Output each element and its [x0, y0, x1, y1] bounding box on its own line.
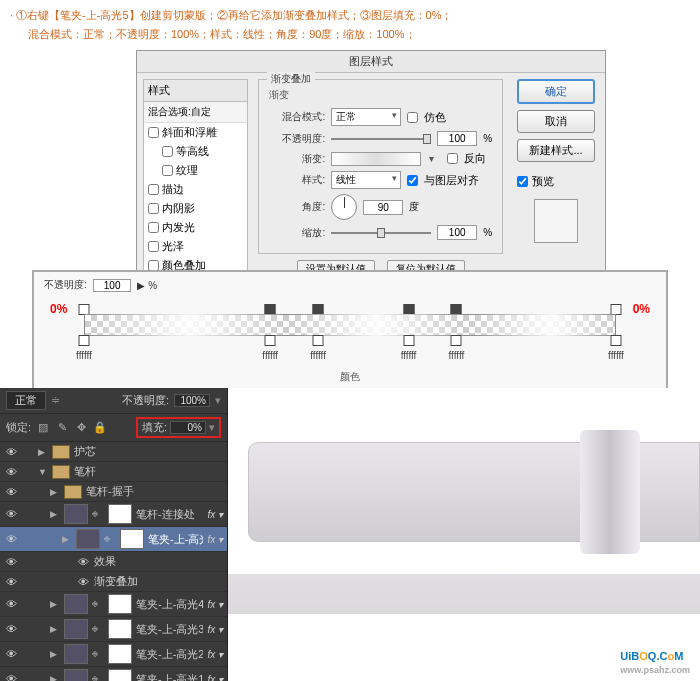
link-icon[interactable]: ⎆ [92, 673, 104, 681]
color-stop[interactable] [313, 335, 324, 346]
link-icon[interactable]: ⎆ [92, 648, 104, 660]
color-stop[interactable] [611, 335, 622, 346]
color-stop[interactable] [79, 335, 90, 346]
link-icon[interactable]: ⎆ [104, 533, 116, 545]
preview-checkbox[interactable] [517, 176, 528, 187]
fx-badge[interactable]: fx ▾ [207, 599, 223, 610]
layer-row[interactable]: 👁▼笔杆 [0, 462, 227, 482]
layer-name[interactable]: 笔夹-上-高光1 [136, 672, 203, 682]
layer-row[interactable]: 👁▶笔杆-握手 [0, 482, 227, 502]
ok-button[interactable]: 确定 [517, 79, 595, 104]
visibility-icon[interactable]: 👁 [4, 648, 18, 660]
style-checkbox[interactable] [162, 165, 173, 176]
style-list-item[interactable]: 等高线 [144, 142, 247, 161]
opacity-stops-row[interactable] [84, 300, 616, 314]
gradient-preview[interactable] [331, 152, 421, 166]
lock-paint-icon[interactable]: ✎ [55, 421, 69, 435]
visibility-icon[interactable]: 👁 [4, 576, 18, 588]
layer-name[interactable]: 笔夹-上-高光3 [136, 622, 203, 637]
visibility-icon[interactable]: 👁 [4, 446, 18, 458]
disclosure-icon[interactable]: ▶ [38, 447, 48, 457]
link-icon[interactable]: ⎆ [92, 623, 104, 635]
layer-name[interactable]: 笔杆-握手 [86, 484, 223, 499]
opacity-slider[interactable] [331, 138, 431, 140]
layer-name[interactable]: 笔杆 [74, 464, 223, 479]
link-icon[interactable]: ⎆ [92, 508, 104, 520]
reverse-checkbox[interactable] [447, 153, 458, 164]
lock-all-icon[interactable]: 🔒 [93, 421, 107, 435]
visibility-icon[interactable]: 👁 [4, 508, 18, 520]
style-list-item[interactable]: 内发光 [144, 218, 247, 237]
angle-dial[interactable] [331, 194, 357, 220]
color-stop[interactable] [451, 335, 462, 346]
disclosure-icon[interactable]: ▼ [38, 467, 48, 477]
disclosure-icon[interactable]: ▶ [50, 487, 60, 497]
dither-checkbox[interactable] [407, 112, 418, 123]
layer-name[interactable]: 笔夹-上-高光5 [148, 532, 203, 547]
style-list-item[interactable]: 纹理 [144, 161, 247, 180]
visibility-icon[interactable]: 👁 [4, 556, 18, 568]
effect-visibility-icon[interactable]: 👁 [76, 556, 90, 568]
style-list-item[interactable]: 光泽 [144, 237, 247, 256]
layer-row[interactable]: 👁▶⎆笔夹-上-高光5fx ▾ [0, 527, 227, 552]
style-checkbox[interactable] [148, 184, 159, 195]
angle-input[interactable]: 90 [363, 200, 403, 215]
disclosure-icon[interactable]: ▶ [50, 674, 60, 681]
style-list-item[interactable]: 描边 [144, 180, 247, 199]
visibility-icon[interactable]: 👁 [4, 623, 18, 635]
layer-row[interactable]: 👁👁效果 [0, 552, 227, 572]
grad-opacity-value[interactable]: 100 [93, 279, 132, 292]
style-checkbox[interactable] [148, 127, 159, 138]
layer-name[interactable]: 效果 [94, 554, 223, 569]
layer-name[interactable]: 笔杆-连接处 [136, 507, 203, 522]
layer-name[interactable]: 笔夹-上-高光4 [136, 597, 203, 612]
layer-name[interactable]: 护芯 [74, 444, 223, 459]
layers-opacity-input[interactable]: 100% [174, 394, 210, 407]
disclosure-icon[interactable]: ▶ [62, 534, 72, 544]
lock-position-icon[interactable]: ✥ [74, 421, 88, 435]
layer-row[interactable]: 👁▶⎆笔夹-上-高光1fx ▾ [0, 667, 227, 681]
visibility-icon[interactable]: 👁 [4, 598, 18, 610]
blend-mode-select[interactable]: 正常 [331, 108, 401, 126]
fx-badge[interactable]: fx ▾ [207, 674, 223, 682]
blend-mode-select[interactable]: 正常 [6, 391, 46, 410]
style-checkbox[interactable] [148, 241, 159, 252]
effect-visibility-icon[interactable]: 👁 [76, 576, 90, 588]
style-checkbox[interactable] [148, 203, 159, 214]
color-stops-row[interactable]: ffffffffffffffffffffffffffffffffffff [84, 336, 616, 364]
layer-row[interactable]: 👁▶⎆笔夹-上-高光2fx ▾ [0, 642, 227, 667]
style-list-item[interactable]: 斜面和浮雕 [144, 123, 247, 142]
disclosure-icon[interactable]: ▶ [50, 649, 60, 659]
scale-input[interactable]: 100 [437, 225, 477, 240]
style-list-item[interactable]: 内阴影 [144, 199, 247, 218]
visibility-icon[interactable]: 👁 [4, 466, 18, 478]
layer-row[interactable]: 👁▶护芯 [0, 442, 227, 462]
new-style-button[interactable]: 新建样式... [517, 139, 595, 162]
layer-row[interactable]: 👁👁渐变叠加 [0, 572, 227, 592]
disclosure-icon[interactable]: ▶ [50, 624, 60, 634]
fx-badge[interactable]: fx ▾ [207, 534, 223, 545]
opacity-input[interactable]: 100 [437, 131, 477, 146]
fx-badge[interactable]: fx ▾ [207, 624, 223, 635]
style-list-header[interactable]: 样式 [144, 80, 247, 102]
visibility-icon[interactable]: 👁 [4, 533, 18, 545]
blend-options-row[interactable]: 混合选项:自定 [144, 102, 247, 123]
disclosure-icon[interactable]: ▶ [50, 599, 60, 609]
disclosure-icon[interactable]: ▶ [50, 509, 60, 519]
color-stop[interactable] [403, 335, 414, 346]
layer-name[interactable]: 笔夹-上-高光2 [136, 647, 203, 662]
layer-name[interactable]: 渐变叠加 [94, 574, 223, 589]
visibility-icon[interactable]: 👁 [4, 673, 18, 681]
style-checkbox[interactable] [148, 222, 159, 233]
visibility-icon[interactable]: 👁 [4, 486, 18, 498]
fx-badge[interactable]: fx ▾ [207, 509, 223, 520]
layer-row[interactable]: 👁▶⎆笔夹-上-高光3fx ▾ [0, 617, 227, 642]
style-checkbox[interactable] [162, 146, 173, 157]
align-checkbox[interactable] [407, 175, 418, 186]
cancel-button[interactable]: 取消 [517, 110, 595, 133]
color-stop[interactable] [265, 335, 276, 346]
layer-row[interactable]: 👁▶⎆笔杆-连接处fx ▾ [0, 502, 227, 527]
style-select[interactable]: 线性 [331, 171, 401, 189]
link-icon[interactable]: ⎆ [92, 598, 104, 610]
fill-input[interactable]: 0% [170, 421, 206, 434]
